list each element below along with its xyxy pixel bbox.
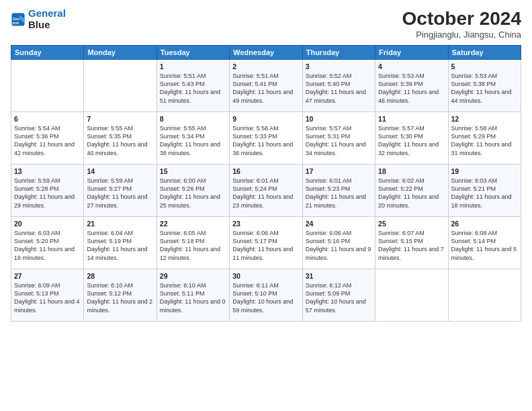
day-info: Sunrise: 5:54 AMSunset: 5:36 PMDaylight:…	[14, 124, 81, 157]
logo-line2: Blue	[28, 19, 66, 31]
header: Gen eral General Blue October 2024 Pingj…	[11, 8, 521, 40]
calendar-cell: 16Sunrise: 6:01 AMSunset: 5:24 PMDayligh…	[230, 165, 302, 217]
day-number: 29	[160, 271, 226, 281]
calendar-cell	[375, 269, 448, 322]
day-number: 27	[14, 271, 81, 281]
day-info: Sunrise: 5:57 AMSunset: 5:31 PMDaylight:…	[306, 124, 372, 157]
calendar-cell	[448, 269, 521, 322]
svg-text:eral: eral	[13, 20, 19, 24]
day-number: 13	[14, 167, 81, 176]
calendar-cell: 19Sunrise: 6:03 AMSunset: 5:21 PMDayligh…	[448, 165, 521, 217]
calendar-cell: 24Sunrise: 6:06 AMSunset: 5:16 PMDayligh…	[302, 217, 375, 269]
day-info: Sunrise: 6:12 AMSunset: 5:09 PMDaylight:…	[306, 281, 372, 314]
logo-line1: General	[28, 7, 66, 19]
location-subtitle: Pingjianglu, Jiangsu, China	[402, 30, 521, 40]
calendar-cell: 5Sunrise: 5:53 AMSunset: 5:38 PMDaylight…	[448, 60, 521, 112]
day-info: Sunrise: 6:01 AMSunset: 5:24 PMDaylight:…	[232, 177, 299, 210]
day-info: Sunrise: 6:06 AMSunset: 5:17 PMDaylight:…	[232, 229, 299, 262]
day-info: Sunrise: 5:57 AMSunset: 5:30 PMDaylight:…	[378, 124, 445, 157]
day-info: Sunrise: 6:04 AMSunset: 5:19 PMDaylight:…	[87, 229, 153, 262]
day-number: 21	[87, 219, 153, 228]
header-wednesday: Wednesday	[230, 46, 302, 60]
day-number: 12	[451, 114, 518, 124]
header-thursday: Thursday	[302, 46, 375, 60]
day-info: Sunrise: 6:01 AMSunset: 5:23 PMDaylight:…	[306, 177, 372, 210]
calendar-cell: 26Sunrise: 6:08 AMSunset: 5:14 PMDayligh…	[448, 217, 521, 269]
header-tuesday: Tuesday	[157, 46, 229, 60]
calendar-cell: 30Sunrise: 6:11 AMSunset: 5:10 PMDayligh…	[230, 269, 302, 322]
day-number: 5	[451, 62, 518, 71]
day-number: 22	[160, 219, 226, 228]
day-number: 16	[232, 167, 299, 176]
day-info: Sunrise: 6:03 AMSunset: 5:21 PMDaylight:…	[451, 177, 518, 210]
day-info: Sunrise: 5:59 AMSunset: 5:28 PMDaylight:…	[14, 177, 81, 210]
calendar-cell: 3Sunrise: 5:52 AMSunset: 5:40 PMDaylight…	[302, 60, 375, 112]
calendar-cell	[84, 60, 157, 112]
day-number: 23	[232, 219, 299, 228]
day-number: 3	[306, 62, 372, 71]
day-number: 17	[306, 167, 372, 176]
day-number: 7	[87, 114, 153, 124]
calendar-cell: 10Sunrise: 5:57 AMSunset: 5:31 PMDayligh…	[302, 112, 375, 165]
calendar-cell: 23Sunrise: 6:06 AMSunset: 5:17 PMDayligh…	[230, 217, 302, 269]
calendar-cell: 11Sunrise: 5:57 AMSunset: 5:30 PMDayligh…	[375, 112, 448, 165]
day-info: Sunrise: 5:56 AMSunset: 5:33 PMDaylight:…	[232, 124, 299, 157]
day-info: Sunrise: 6:00 AMSunset: 5:26 PMDaylight:…	[160, 177, 226, 210]
day-number: 14	[87, 167, 153, 176]
header-sunday: Sunday	[11, 46, 84, 60]
day-info: Sunrise: 5:51 AMSunset: 5:41 PMDaylight:…	[232, 72, 299, 105]
header-monday: Monday	[84, 46, 157, 60]
day-info: Sunrise: 5:52 AMSunset: 5:40 PMDaylight:…	[306, 72, 372, 105]
logo-icon: Gen eral	[11, 12, 26, 27]
calendar-table: SundayMondayTuesdayWednesdayThursdayFrid…	[11, 45, 521, 322]
day-number: 4	[378, 62, 445, 71]
day-info: Sunrise: 6:09 AMSunset: 5:13 PMDaylight:…	[14, 281, 81, 314]
title-block: October 2024 Pingjianglu, Jiangsu, China	[402, 8, 521, 40]
day-number: 31	[306, 271, 372, 281]
calendar-cell: 12Sunrise: 5:58 AMSunset: 5:29 PMDayligh…	[448, 112, 521, 165]
calendar-week-5: 27Sunrise: 6:09 AMSunset: 5:13 PMDayligh…	[11, 269, 521, 322]
calendar-cell: 2Sunrise: 5:51 AMSunset: 5:41 PMDaylight…	[230, 60, 302, 112]
day-info: Sunrise: 5:53 AMSunset: 5:39 PMDaylight:…	[378, 72, 445, 105]
calendar-cell: 25Sunrise: 6:07 AMSunset: 5:15 PMDayligh…	[375, 217, 448, 269]
calendar-cell: 18Sunrise: 6:02 AMSunset: 5:22 PMDayligh…	[375, 165, 448, 217]
calendar-week-3: 13Sunrise: 5:59 AMSunset: 5:28 PMDayligh…	[11, 165, 521, 217]
calendar-cell: 14Sunrise: 5:59 AMSunset: 5:27 PMDayligh…	[84, 165, 157, 217]
day-info: Sunrise: 6:11 AMSunset: 5:10 PMDaylight:…	[232, 281, 299, 314]
day-info: Sunrise: 6:10 AMSunset: 5:11 PMDaylight:…	[160, 281, 226, 314]
day-info: Sunrise: 6:03 AMSunset: 5:20 PMDaylight:…	[14, 229, 81, 262]
calendar-cell: 9Sunrise: 5:56 AMSunset: 5:33 PMDaylight…	[230, 112, 302, 165]
calendar-week-1: 1Sunrise: 5:51 AMSunset: 5:43 PMDaylight…	[11, 60, 521, 112]
calendar-cell: 28Sunrise: 6:10 AMSunset: 5:12 PMDayligh…	[84, 269, 157, 322]
calendar-cell: 15Sunrise: 6:00 AMSunset: 5:26 PMDayligh…	[157, 165, 229, 217]
day-number: 24	[306, 219, 372, 228]
logo: Gen eral General Blue	[11, 8, 66, 30]
day-info: Sunrise: 6:10 AMSunset: 5:12 PMDaylight:…	[87, 281, 153, 314]
day-info: Sunrise: 6:08 AMSunset: 5:14 PMDaylight:…	[451, 229, 518, 262]
day-number: 10	[306, 114, 372, 124]
logo-text: General Blue	[28, 8, 66, 30]
day-number: 19	[451, 167, 518, 176]
calendar-cell: 27Sunrise: 6:09 AMSunset: 5:13 PMDayligh…	[11, 269, 84, 322]
day-number: 26	[451, 219, 518, 228]
day-number: 2	[232, 62, 299, 71]
day-number: 20	[14, 219, 81, 228]
day-info: Sunrise: 6:02 AMSunset: 5:22 PMDaylight:…	[378, 177, 445, 210]
calendar-cell: 13Sunrise: 5:59 AMSunset: 5:28 PMDayligh…	[11, 165, 84, 217]
day-info: Sunrise: 5:58 AMSunset: 5:29 PMDaylight:…	[451, 124, 518, 157]
calendar-cell: 21Sunrise: 6:04 AMSunset: 5:19 PMDayligh…	[84, 217, 157, 269]
day-info: Sunrise: 5:55 AMSunset: 5:34 PMDaylight:…	[160, 124, 226, 157]
day-info: Sunrise: 6:06 AMSunset: 5:16 PMDaylight:…	[306, 229, 372, 262]
calendar-week-4: 20Sunrise: 6:03 AMSunset: 5:20 PMDayligh…	[11, 217, 521, 269]
calendar-cell: 20Sunrise: 6:03 AMSunset: 5:20 PMDayligh…	[11, 217, 84, 269]
day-number: 30	[232, 271, 299, 281]
calendar-cell: 1Sunrise: 5:51 AMSunset: 5:43 PMDaylight…	[157, 60, 229, 112]
calendar-cell: 7Sunrise: 5:55 AMSunset: 5:35 PMDaylight…	[84, 112, 157, 165]
day-number: 11	[378, 114, 445, 124]
calendar-cell: 8Sunrise: 5:55 AMSunset: 5:34 PMDaylight…	[157, 112, 229, 165]
day-number: 28	[87, 271, 153, 281]
calendar-cell: 31Sunrise: 6:12 AMSunset: 5:09 PMDayligh…	[302, 269, 375, 322]
calendar-cell: 4Sunrise: 5:53 AMSunset: 5:39 PMDaylight…	[375, 60, 448, 112]
calendar-cell: 29Sunrise: 6:10 AMSunset: 5:11 PMDayligh…	[157, 269, 229, 322]
day-number: 6	[14, 114, 81, 124]
